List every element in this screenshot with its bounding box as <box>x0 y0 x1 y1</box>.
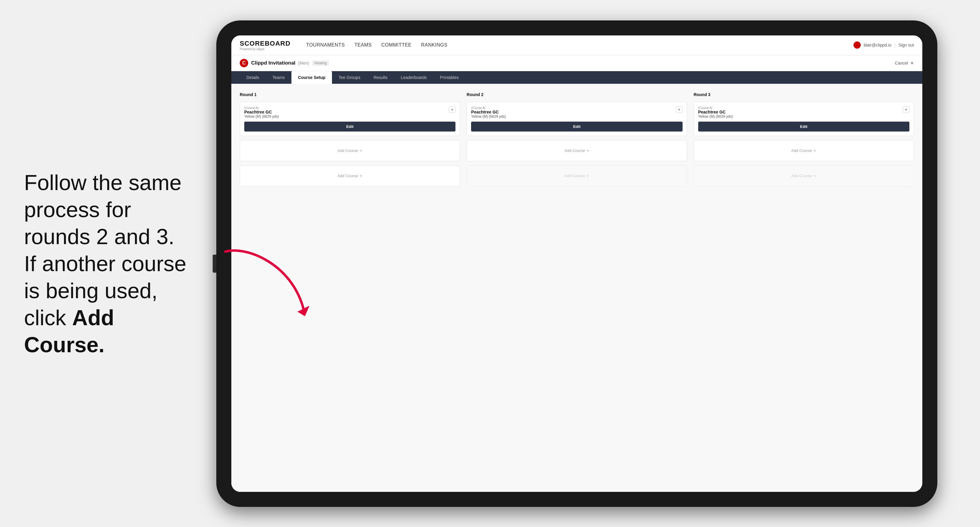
tab-course-setup[interactable]: Course Setup <box>291 71 332 84</box>
nav-link-teams[interactable]: TEAMS <box>355 42 372 48</box>
round-1-column: Round 1 (Course A) Peachtree GC Yellow (… <box>240 92 460 186</box>
plus-icon-r2-2: + <box>586 173 589 179</box>
round-1-course-name: Peachtree GC <box>244 110 449 114</box>
cancel-button[interactable]: Cancel ✕ <box>895 61 914 65</box>
tournament-header: C Clippd Invitational (Men) Hosting Canc… <box>231 55 922 71</box>
round-2-course-label: (Course A) <box>471 106 676 110</box>
add-course-text-r2-2: Add Course + <box>564 173 589 179</box>
tournament-title-area: C Clippd Invitational (Men) Hosting <box>240 59 329 67</box>
instruction-line1: Follow the same <box>24 171 181 195</box>
plus-icon-r3-2: + <box>813 173 816 179</box>
round-3-course-header: (Course A) Peachtree GC Yellow (M) (6629… <box>698 106 909 119</box>
c-logo-icon: C <box>240 59 248 67</box>
round-2-course-details: Yellow (M) (6629 yds) <box>471 114 676 119</box>
divider: | <box>894 43 896 48</box>
round-2-course-name: Peachtree GC <box>471 110 676 114</box>
round-3-add-course-1[interactable]: Add Course + <box>694 140 914 161</box>
add-course-label-2: Add Course <box>337 173 358 178</box>
nav-right: blair@clippd.io | Sign out <box>854 41 914 49</box>
nav-links: TOURNAMENTS TEAMS COMMITTEE RANKINGS <box>306 42 447 48</box>
tab-teams[interactable]: Teams <box>266 71 291 84</box>
tab-results[interactable]: Results <box>367 71 394 84</box>
round-2-column: Round 2 (Course A) Peachtree GC Yellow (… <box>466 92 687 186</box>
rounds-grid: Round 1 (Course A) Peachtree GC Yellow (… <box>240 92 914 186</box>
plus-icon-1: + <box>360 148 362 154</box>
add-course-text-1: Add Course + <box>337 148 362 154</box>
hosting-badge: Hosting <box>312 60 329 66</box>
round-2-add-course-1[interactable]: Add Course + <box>466 140 687 161</box>
tab-tee-groups[interactable]: Tee Groups <box>332 71 367 84</box>
round-3-edit-button[interactable]: Edit <box>698 122 909 132</box>
top-nav: SCOREBOARD Powered by clippd TOURNAMENTS… <box>231 35 922 55</box>
main-content: Round 1 (Course A) Peachtree GC Yellow (… <box>231 84 922 492</box>
logo-area: SCOREBOARD Powered by clippd TOURNAMENTS… <box>240 40 447 51</box>
round-1-course-info: (Course A) Peachtree GC Yellow (M) (6629… <box>244 106 449 119</box>
nav-link-tournaments[interactable]: TOURNAMENTS <box>306 42 345 48</box>
tablet-screen: SCOREBOARD Powered by clippd TOURNAMENTS… <box>231 35 922 492</box>
add-course-label-r3-1: Add Course <box>791 148 812 153</box>
tab-details[interactable]: Details <box>240 71 266 84</box>
round-3-course-details: Yellow (M) (6629 yds) <box>698 114 903 119</box>
round-2-label: Round 2 <box>466 92 687 97</box>
instruction-line4: If another course <box>24 252 186 276</box>
round-1-course-label: (Course A) <box>244 106 449 110</box>
add-course-label-r3-2: Add Course <box>791 173 812 178</box>
plus-icon-r3-1: + <box>813 148 816 154</box>
instruction-line2: process for <box>24 198 131 222</box>
tournament-name: Clippd Invitational (Men) <box>251 60 309 66</box>
add-course-text-r3-2: Add Course + <box>791 173 816 179</box>
round-3-course-card: (Course A) Peachtree GC Yellow (M) (6629… <box>694 102 914 136</box>
user-avatar <box>854 41 861 49</box>
tournament-name-text: Clippd Invitational <box>251 60 295 66</box>
round-2-edit-button[interactable]: Edit <box>471 122 682 132</box>
round-1-edit-button[interactable]: Edit <box>244 122 455 132</box>
round-3-label: Round 3 <box>694 92 914 97</box>
round-3-delete-button[interactable]: × <box>903 106 909 113</box>
round-1-add-course-1[interactable]: Add Course + <box>240 140 460 161</box>
tablet-frame: SCOREBOARD Powered by clippd TOURNAMENTS… <box>216 21 937 507</box>
plus-icon-2: + <box>360 173 362 179</box>
round-1-delete-button[interactable]: × <box>449 106 455 113</box>
instruction-line5: is being used, <box>24 279 158 303</box>
add-course-label-1: Add Course <box>337 148 358 153</box>
round-1-course-card: (Course A) Peachtree GC Yellow (M) (6629… <box>240 102 460 136</box>
round-2-course-header: (Course A) Peachtree GC Yellow (M) (6629… <box>471 106 682 119</box>
round-3-course-name: Peachtree GC <box>698 110 903 114</box>
nav-link-committee[interactable]: COMMITTEE <box>381 42 412 48</box>
instruction-line3: rounds 2 and 3. <box>24 225 174 249</box>
instruction-line6: click <box>24 306 72 330</box>
instruction-text: Follow the same process for rounds 2 and… <box>24 169 198 358</box>
delete-icon-3: × <box>905 107 907 112</box>
round-2-delete-button[interactable]: × <box>676 106 682 113</box>
logo-text: SCOREBOARD <box>240 40 291 47</box>
user-email: blair@clippd.io <box>864 43 891 48</box>
round-2-add-course-2: Add Course + <box>466 165 687 186</box>
plus-icon-r2-1: + <box>586 148 589 154</box>
add-course-label-r2-2: Add Course <box>564 173 585 178</box>
round-1-label: Round 1 <box>240 92 460 97</box>
sign-out-link[interactable]: Sign out <box>899 43 914 48</box>
round-1-add-course-2[interactable]: Add Course + <box>240 165 460 186</box>
delete-icon-2: × <box>678 107 681 112</box>
add-course-text-r2-1: Add Course + <box>564 148 589 154</box>
logo-sub: Powered by clippd <box>240 48 291 51</box>
add-course-label-r2-1: Add Course <box>564 148 585 153</box>
add-course-text-2: Add Course + <box>337 173 362 179</box>
cancel-label: Cancel <box>895 61 908 65</box>
cancel-x-icon: ✕ <box>910 61 914 65</box>
tab-leaderboards[interactable]: Leaderboards <box>394 71 433 84</box>
round-2-course-card: (Course A) Peachtree GC Yellow (M) (6629… <box>466 102 687 136</box>
round-1-course-header: (Course A) Peachtree GC Yellow (M) (6629… <box>244 106 455 119</box>
tabs-bar: Details Teams Course Setup Tee Groups Re… <box>231 71 922 84</box>
tab-printables[interactable]: Printables <box>434 71 465 84</box>
page-wrapper: Follow the same process for rounds 2 and… <box>24 21 937 507</box>
round-3-course-info: (Course A) Peachtree GC Yellow (M) (6629… <box>698 106 903 119</box>
nav-link-rankings[interactable]: RANKINGS <box>421 42 448 48</box>
round-1-course-details: Yellow (M) (6629 yds) <box>244 114 449 119</box>
round-3-add-course-2: Add Course + <box>694 165 914 186</box>
delete-icon: × <box>451 107 453 112</box>
add-course-text-r3-1: Add Course + <box>791 148 816 154</box>
c-logo-letter: C <box>242 60 246 66</box>
round-2-course-info: (Course A) Peachtree GC Yellow (M) (6629… <box>471 106 676 119</box>
tournament-name-tag: (Men) <box>298 61 309 65</box>
